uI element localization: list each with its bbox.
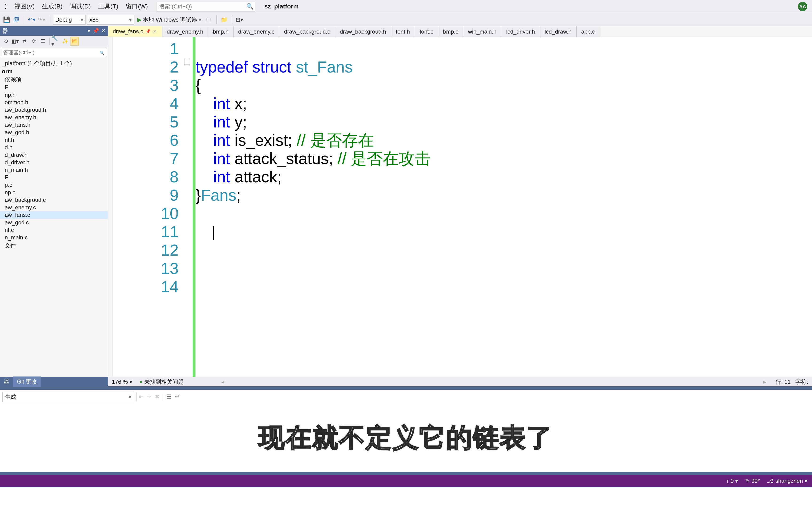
home-icon[interactable]: ⟲ (1, 37, 10, 46)
tree-item[interactable]: F (0, 83, 108, 91)
search-input[interactable] (156, 3, 245, 10)
sync-icon[interactable]: ⇄ (20, 37, 29, 46)
redo-icon[interactable]: ↷▾ (37, 15, 46, 24)
editor-tab[interactable]: lcd_driver.h (501, 26, 540, 37)
tree-item[interactable]: aw_backgroud.h (0, 106, 108, 114)
sidebar-search-input[interactable] (1, 50, 97, 56)
explorer-tab[interactable]: 器 (0, 377, 13, 387)
sync-status[interactable]: ↑ 0 ▾ (726, 477, 738, 484)
menu-item[interactable]: 工具(T) (94, 1, 122, 12)
editor-tab[interactable]: draw_backgroud.c (280, 26, 335, 37)
menu-item[interactable]: 生成(B) (38, 1, 66, 12)
branch-status[interactable]: ⎇ shangzhen ▾ (767, 477, 807, 484)
project-node[interactable]: orm (0, 68, 108, 75)
search-icon[interactable]: 🔍 (97, 50, 107, 55)
target-icon[interactable]: ⬚ (205, 15, 213, 24)
tree-item[interactable]: n_main.c (0, 234, 108, 241)
start-debug-button[interactable]: ▶ 本地 Windows 调试器 ▾ (135, 15, 203, 24)
close-icon[interactable]: ✕ (101, 28, 105, 34)
tree-item[interactable]: aw_enemy.c (0, 204, 108, 211)
save-all-icon[interactable]: 🗐 (12, 15, 21, 24)
panel-separator[interactable] (0, 386, 812, 390)
global-search[interactable]: 🔍 (156, 2, 255, 11)
menu-item[interactable]: ) (1, 1, 11, 12)
save-icon[interactable]: 💾 (2, 15, 11, 24)
editor-tab[interactable]: font.h (391, 26, 415, 37)
undo-icon[interactable]: ↶▾ (28, 15, 36, 24)
git-changes-tab[interactable]: Git 更改 (13, 377, 41, 387)
folder-icon[interactable]: 📁 (220, 15, 229, 24)
editor-tab[interactable]: draw_enemy.h (162, 26, 208, 37)
dropdown-icon[interactable]: ▾ (88, 28, 90, 34)
tree-item[interactable]: d.h (0, 144, 108, 151)
menu-item[interactable]: 调试(D) (66, 1, 94, 12)
tree-item[interactable]: ommon.h (0, 99, 108, 106)
prev-icon[interactable]: ⇤ (139, 393, 144, 400)
editor-tab[interactable]: lcd_draw.h (540, 26, 576, 37)
close-icon[interactable]: ✕ (153, 29, 157, 34)
fold-button[interactable]: − (184, 59, 190, 65)
tree-item[interactable]: nt.h (0, 136, 108, 144)
menu-item[interactable]: 视图(V) (11, 1, 39, 12)
properties-icon[interactable]: 🔧▾ (51, 37, 60, 46)
tree-item[interactable]: np.c (0, 189, 108, 196)
editor-tab[interactable]: bmp.c (438, 26, 463, 37)
menu-item[interactable]: 窗口(W) (122, 1, 152, 12)
layout-icon[interactable]: ⊞▾ (235, 15, 244, 24)
wrap-icon[interactable]: ↩ (175, 393, 180, 400)
wand-icon[interactable]: ✨ (61, 37, 69, 46)
tab-label: bmp.h (213, 29, 229, 35)
nav-icon[interactable]: ◧▾ (11, 37, 19, 46)
editor-tab[interactable]: bmp.h (208, 26, 234, 37)
editor-tab[interactable]: draw_fans.c📌✕ (108, 26, 162, 37)
tree-item[interactable]: aw_god.h (0, 129, 108, 136)
zoom-level[interactable]: 176 % ▾ (112, 379, 132, 385)
list-icon[interactable]: ☰ (166, 393, 171, 400)
tree-item[interactable]: aw_god.c (0, 219, 108, 226)
issues-indicator[interactable]: ● 未找到相关问题 (139, 378, 184, 386)
tab-label: win_main.h (468, 29, 497, 35)
tree-item[interactable]: 文件 (0, 241, 108, 250)
editor-tab[interactable]: draw_backgroud.h (335, 26, 391, 37)
next-icon[interactable]: ⇥ (147, 393, 152, 400)
editor-tab[interactable]: font.c (415, 26, 439, 37)
tree-item[interactable]: nt.c (0, 226, 108, 234)
tree-item[interactable]: d_driver.h (0, 159, 108, 166)
tree-item[interactable]: aw_fans.h (0, 121, 108, 129)
tree-item[interactable]: 依赖项 (0, 75, 108, 83)
platform-combo[interactable]: x86 (87, 15, 134, 25)
refresh-icon[interactable]: ⟳ (30, 37, 38, 46)
toolbar: 💾 🗐 ↶▾ ↷▾ Debug x86 ▶ 本地 Windows 调试器 ▾ ⬚… (0, 13, 812, 26)
solution-tree[interactable]: _platform"(1 个项目/共 1 个) orm 依赖项Fnp.hommo… (0, 58, 108, 377)
filter-icon[interactable]: ☰ (39, 37, 47, 46)
tree-item[interactable]: p.c (0, 181, 108, 189)
tree-item[interactable]: d_draw.h (0, 151, 108, 159)
clear-icon[interactable]: ✖ (155, 393, 159, 400)
code-editor[interactable]: 1234567891011121314 − typedef struct st_… (108, 37, 812, 377)
tree-item[interactable]: np.h (0, 91, 108, 99)
tab-label: draw_fans.c (113, 28, 143, 35)
changes-status[interactable]: ✎ 99* (745, 477, 760, 484)
nav-left-icon[interactable]: ◂ (221, 379, 224, 385)
search-icon[interactable]: 🔍 (245, 3, 255, 10)
editor-tab[interactable]: win_main.h (463, 26, 501, 37)
show-all-icon[interactable]: 📂 (70, 37, 79, 46)
editor-tab[interactable]: app.c (576, 26, 600, 37)
tree-item[interactable]: F (0, 174, 108, 181)
nav-right-icon[interactable]: ▸ (763, 379, 766, 385)
tree-item[interactable]: aw_enemy.h (0, 114, 108, 121)
tree-item[interactable]: aw_fans.c (0, 211, 108, 219)
output-source-combo[interactable]: 生成 (2, 392, 134, 402)
tab-label: font.c (420, 29, 434, 35)
tree-item[interactable]: n_main.h (0, 166, 108, 174)
editor-area: draw_fans.c📌✕draw_enemy.hbmp.hdraw_enemy… (108, 26, 812, 386)
tree-item[interactable]: aw_backgroud.c (0, 196, 108, 204)
config-combo[interactable]: Debug (53, 15, 86, 25)
pin-icon[interactable]: 📌 (93, 28, 99, 34)
pin-icon[interactable]: 📌 (145, 29, 151, 34)
code-content[interactable]: typedef struct st_Fans{ int x; int y; in… (196, 37, 812, 377)
editor-tab[interactable]: draw_enemy.c (234, 26, 280, 37)
sidebar-search[interactable]: 🔍 (1, 48, 107, 57)
avatar[interactable]: AA (798, 2, 807, 11)
solution-node[interactable]: _platform"(1 个项目/共 1 个) (0, 59, 108, 68)
